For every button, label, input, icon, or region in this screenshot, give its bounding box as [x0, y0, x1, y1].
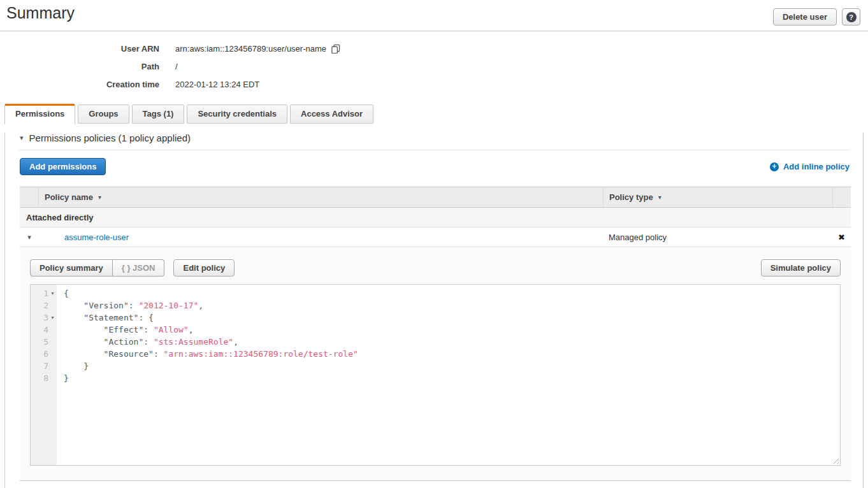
tab-tags[interactable]: Tags (1): [132, 104, 185, 124]
add-permissions-button[interactable]: Add permissions: [20, 158, 106, 175]
detail-row-path: Path /: [0, 57, 868, 75]
gutter-cell: 6: [31, 348, 57, 360]
path-value: /: [175, 62, 178, 71]
policy-table-header: Policy name ▾ Policy type ▾: [20, 187, 851, 208]
policy-view-button-group: Policy summary { } JSON: [30, 259, 164, 276]
path-label: Path: [0, 62, 159, 71]
policy-actions-row: Add permissions + Add inline policy: [20, 158, 850, 175]
page-title: Summary: [6, 4, 75, 22]
permissions-policies-heading[interactable]: ▾ Permissions policies (1 policy applied…: [20, 133, 863, 143]
detach-policy-icon[interactable]: ✖: [838, 233, 845, 241]
policy-summary-button[interactable]: Policy summary: [30, 259, 113, 276]
detail-row-creation-time: Creation time 2022-01-12 13:24 EDT: [0, 75, 868, 93]
gutter-cell: 5: [31, 336, 57, 348]
add-inline-policy-link[interactable]: + Add inline policy: [770, 162, 850, 171]
fold-caret-icon[interactable]: ▾: [48, 287, 57, 299]
policy-type-value: Managed policy: [603, 233, 832, 242]
gutter-cell: 1▾: [31, 287, 57, 299]
code-line: 4 "Effect": "Allow",: [31, 324, 840, 336]
json-button[interactable]: { } JSON: [113, 259, 165, 276]
policy-table-row: ▾ assume-role-user Managed policy ✖: [20, 227, 851, 247]
help-button[interactable]: ?: [842, 8, 860, 25]
copy-icon[interactable]: [331, 44, 340, 54]
add-inline-policy-label: Add inline policy: [783, 162, 850, 171]
creation-time-label: Creation time: [0, 80, 159, 89]
detail-row-user-arn: User ARN arn:aws:iam::123456789:user/use…: [0, 39, 868, 57]
sort-caret-icon: ▾: [98, 194, 101, 201]
code-line: 1▾{: [31, 287, 840, 299]
code-text: {: [57, 287, 69, 299]
tab-bar: Permissions Groups Tags (1) Security cre…: [0, 104, 868, 124]
code-text: }: [57, 372, 69, 384]
code-line: 7 }: [31, 360, 840, 372]
tab-groups[interactable]: Groups: [78, 104, 129, 124]
policy-detail-toolbar: Policy summary { } JSON Edit policy Simu…: [30, 259, 841, 276]
code-text: "Statement": {: [57, 312, 154, 324]
line-number: 4: [43, 324, 48, 336]
expand-column-header: [20, 187, 39, 207]
code-line: 6 "Resource": "arn:aws:iam::123456789:ro…: [31, 348, 840, 360]
row-expander[interactable]: ▾: [20, 234, 39, 241]
user-arn-value: arn:aws:iam::123456789:user/user-name: [175, 44, 326, 54]
policy-name-header-label: Policy name: [45, 192, 93, 202]
gutter-cell: 2: [31, 299, 57, 312]
edit-policy-button[interactable]: Edit policy: [173, 259, 235, 276]
fold-caret-icon[interactable]: ▾: [48, 312, 57, 324]
user-arn-label: User ARN: [0, 44, 159, 54]
line-number: 6: [43, 348, 48, 360]
line-number: 5: [43, 336, 48, 348]
section-heading-label: Permissions policies (1 policy applied): [29, 133, 191, 143]
code-line: 5 "Action": "sts:AssumeRole",: [31, 336, 840, 348]
code-line: 2 "Version": "2012-10-17",: [31, 299, 840, 312]
code-line: 3▾ "Statement": {: [31, 312, 840, 324]
code-text: }: [57, 360, 89, 372]
line-number: 7: [43, 360, 48, 372]
tab-security-credentials[interactable]: Security credentials: [187, 104, 287, 124]
gutter-cell: 3▾: [31, 312, 57, 324]
policy-table: Policy name ▾ Policy type ▾ Attached dir…: [20, 187, 851, 481]
code-text: "Version": "2012-10-17",: [57, 299, 203, 312]
gutter-cell: 8: [31, 372, 57, 384]
policy-type-header-label: Policy type: [609, 192, 653, 202]
code-text: "Effect": "Allow",: [57, 324, 194, 336]
creation-time-value: 2022-01-12 13:24 EDT: [175, 80, 259, 89]
tab-permissions[interactable]: Permissions: [4, 104, 75, 124]
policy-name-link[interactable]: assume-role-user: [64, 233, 129, 242]
actions-column-header: [832, 187, 851, 207]
code-text: "Action": "sts:AssumeRole",: [57, 336, 238, 348]
section-caret-icon: ▾: [20, 134, 24, 141]
line-number: 2: [43, 299, 48, 312]
line-number: 8: [43, 372, 48, 384]
row-caret-icon: ▾: [27, 234, 31, 241]
help-icon: ?: [846, 12, 857, 22]
line-number: 1: [43, 287, 48, 299]
line-number: 3: [43, 312, 48, 324]
code-text: "Resource": "arn:aws:iam::123456789:role…: [57, 348, 358, 360]
user-details: User ARN arn:aws:iam::123456789:user/use…: [0, 39, 868, 93]
json-policy-editor[interactable]: 1▾{2 "Version": "2012-10-17",3▾ "Stateme…: [30, 284, 841, 466]
tab-access-advisor[interactable]: Access Advisor: [290, 104, 373, 124]
policy-name-column-header[interactable]: Policy name ▾: [39, 187, 603, 207]
page-header: Summary Delete user ?: [0, 0, 868, 31]
policy-detail-panel: Policy summary { } JSON Edit policy Simu…: [20, 247, 851, 481]
permissions-tab-panel: ▾ Permissions policies (1 policy applied…: [4, 133, 864, 488]
sort-caret-icon: ▾: [658, 194, 662, 201]
gutter-cell: 7: [31, 360, 57, 372]
code-line: 8}: [31, 372, 840, 384]
header-actions: Delete user ?: [773, 8, 860, 25]
plus-circle-icon: +: [770, 162, 779, 171]
group-row-attached-directly: Attached directly: [20, 208, 851, 227]
policy-type-column-header[interactable]: Policy type ▾: [603, 187, 832, 207]
simulate-policy-button[interactable]: Simulate policy: [761, 259, 841, 276]
delete-user-button[interactable]: Delete user: [773, 8, 837, 25]
gutter-cell: 4: [31, 324, 57, 336]
resize-handle[interactable]: [831, 456, 839, 464]
section-divider: [18, 150, 850, 150]
